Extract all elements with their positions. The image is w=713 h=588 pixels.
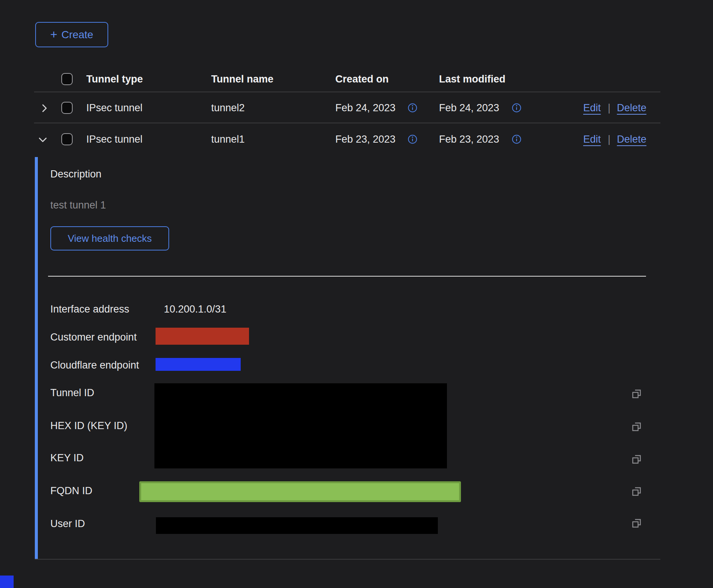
copy-icon bbox=[630, 517, 643, 529]
user-id-label: User ID bbox=[50, 518, 85, 530]
user-id-redacted-value bbox=[156, 517, 438, 534]
key-id-label: KEY ID bbox=[50, 452, 84, 464]
cloudflare-endpoint-label: Cloudflare endpoint bbox=[50, 359, 139, 371]
info-icon[interactable] bbox=[408, 103, 417, 113]
view-health-checks-button[interactable]: View health checks bbox=[50, 226, 169, 250]
chevron-down-icon[interactable] bbox=[37, 134, 48, 145]
copy-hex-id-button[interactable] bbox=[630, 421, 643, 433]
cell-created-on: Feb 23, 2023 bbox=[335, 133, 395, 145]
delete-link-tunnel1[interactable]: Delete bbox=[617, 133, 646, 145]
panel-divider bbox=[48, 276, 646, 277]
fqdn-id-label: FQDN ID bbox=[50, 485, 92, 497]
cell-last-modified: Feb 24, 2023 bbox=[439, 102, 499, 114]
cell-tunnel-type: IPsec tunnel bbox=[86, 133, 143, 145]
info-icon[interactable] bbox=[512, 103, 522, 113]
copy-icon bbox=[630, 388, 643, 400]
view-health-checks-label: View health checks bbox=[68, 233, 152, 244]
column-header-last-modified: Last modified bbox=[439, 73, 506, 85]
customer-endpoint-redacted-value bbox=[156, 328, 249, 345]
row-checkbox-tunnel2[interactable] bbox=[61, 102, 73, 114]
info-icon[interactable] bbox=[408, 134, 417, 144]
info-icon[interactable] bbox=[512, 134, 522, 144]
interface-address-label: Interface address bbox=[50, 303, 129, 315]
edit-link-tunnel2[interactable]: Edit bbox=[583, 102, 601, 114]
chevron-right-icon[interactable] bbox=[39, 103, 50, 114]
ids-redacted-value bbox=[154, 383, 447, 468]
action-separator: | bbox=[608, 102, 610, 114]
copy-fqdn-id-button[interactable] bbox=[630, 485, 643, 498]
column-header-created-on: Created on bbox=[335, 73, 389, 85]
create-button-label: Create bbox=[61, 29, 93, 41]
action-separator: | bbox=[608, 133, 610, 145]
copy-tunnel-id-button[interactable] bbox=[630, 388, 643, 400]
panel-bottom-divider bbox=[35, 559, 660, 560]
copy-key-id-button[interactable] bbox=[630, 453, 643, 465]
select-all-checkbox[interactable] bbox=[61, 73, 73, 85]
column-header-tunnel-name: Tunnel name bbox=[211, 73, 274, 85]
cell-tunnel-name: tunnel2 bbox=[211, 102, 245, 114]
cell-created-on: Feb 24, 2023 bbox=[335, 102, 395, 114]
copy-user-id-button[interactable] bbox=[630, 517, 643, 529]
cell-last-modified: Feb 23, 2023 bbox=[439, 133, 499, 145]
description-label: Description bbox=[50, 168, 101, 180]
fqdn-id-redacted-value bbox=[139, 481, 461, 502]
cell-tunnel-type: IPsec tunnel bbox=[86, 102, 143, 114]
expanded-row-indicator-bar bbox=[35, 157, 38, 559]
ipsec-tunnels-page: + Create Tunnel type Tunnel name Created… bbox=[0, 0, 713, 588]
edit-link-tunnel1[interactable]: Edit bbox=[583, 133, 601, 145]
cell-tunnel-name: tunnel1 bbox=[211, 133, 245, 145]
description-value: test tunnel 1 bbox=[50, 199, 106, 211]
copy-icon bbox=[630, 453, 643, 465]
row-checkbox-tunnel1[interactable] bbox=[61, 133, 73, 145]
copy-icon bbox=[630, 485, 643, 498]
column-header-tunnel-type: Tunnel type bbox=[86, 73, 143, 85]
copy-icon bbox=[630, 421, 643, 433]
corner-marker bbox=[0, 576, 14, 588]
hex-id-label: HEX ID (KEY ID) bbox=[50, 420, 128, 432]
customer-endpoint-label: Customer endpoint bbox=[50, 331, 137, 343]
interface-address-value: 10.200.1.0/31 bbox=[164, 303, 226, 315]
row-divider bbox=[34, 123, 660, 123]
delete-link-tunnel2[interactable]: Delete bbox=[617, 102, 646, 114]
header-divider bbox=[34, 92, 660, 92]
tunnel-id-label: Tunnel ID bbox=[50, 387, 94, 399]
cloudflare-endpoint-redacted-value bbox=[156, 358, 241, 371]
create-button[interactable]: + Create bbox=[35, 22, 108, 47]
plus-icon: + bbox=[50, 29, 58, 40]
